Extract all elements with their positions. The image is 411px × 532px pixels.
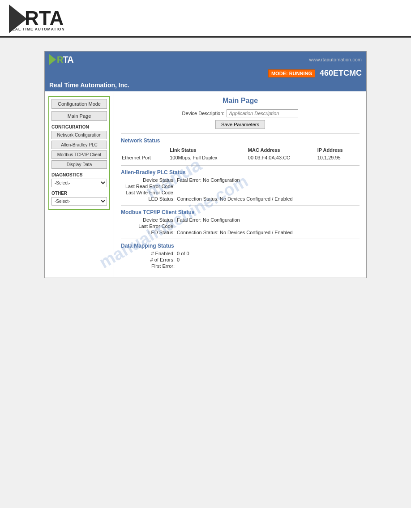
device-model: 460ETCMC bbox=[320, 69, 362, 78]
panel-wrapper: manua manualmachine.com RTA www.rtaautom… bbox=[27, 51, 384, 278]
ab-write-error-label: Last Write Error Code: bbox=[121, 190, 175, 195]
ab-read-error-row: Last Read Error Code: bbox=[121, 184, 360, 189]
divider-3 bbox=[121, 205, 360, 206]
modbus-device-status-label: Device Status: bbox=[121, 217, 175, 223]
divider-1 bbox=[121, 133, 360, 134]
ab-device-status-val: Fatal Error: No Configuration bbox=[177, 177, 240, 183]
mode-bar: MODE: RUNNING 460ETCMC bbox=[45, 68, 366, 80]
ab-status-title: Allen-Bradley PLC Status bbox=[121, 169, 360, 176]
modbus-device-status-row: Device Status: Fatal Error: No Configura… bbox=[121, 217, 360, 223]
divider-4 bbox=[121, 239, 360, 239]
modbus-error-label: Last Error Code: bbox=[121, 223, 175, 229]
title-bar: Real Time Automation, Inc. bbox=[45, 80, 366, 91]
sidebar: Configuration Mode Main Page CONFIGURATI… bbox=[45, 91, 114, 278]
errors-val: 0 bbox=[177, 257, 180, 262]
main-page-button[interactable]: Main Page bbox=[51, 111, 107, 121]
enabled-val: 0 of 0 bbox=[177, 251, 189, 256]
device-desc-row: Device Description: bbox=[121, 109, 360, 117]
nav-modbus-client[interactable]: Modbus TCP/IP Client bbox=[51, 150, 107, 159]
divider-2 bbox=[121, 165, 360, 166]
device-desc-label: Device Description: bbox=[182, 111, 225, 116]
modbus-device-status-val: Fatal Error: No Configuration bbox=[177, 217, 240, 223]
panel-logo-arrow-icon bbox=[49, 54, 56, 65]
mode-badge: MODE: RUNNING bbox=[268, 69, 315, 77]
modbus-status-grid: Device Status: Fatal Error: No Configura… bbox=[121, 217, 360, 235]
nav-display-data[interactable]: Display Data bbox=[51, 160, 107, 169]
network-status-title: Network Status bbox=[121, 137, 360, 144]
modbus-led-row: LED Status: Connection Status: No Device… bbox=[121, 230, 360, 235]
ip-val: 10.1.29.95 bbox=[317, 154, 359, 161]
save-params-button[interactable]: Save Parameters bbox=[215, 120, 265, 129]
first-error-label: First Error: bbox=[121, 263, 175, 269]
nav-network-config[interactable]: Network Configuration bbox=[51, 131, 107, 139]
link-status-val: 100Mbps, Full Duplex bbox=[170, 154, 247, 161]
panel-url: www.rtaautomation.com bbox=[309, 57, 362, 62]
panel-main: Main Page Device Description: Save Param… bbox=[114, 91, 366, 278]
modbus-status-title: Modbus TCP/IP Client Status bbox=[121, 209, 360, 215]
panel-logo-text: RTA bbox=[57, 55, 73, 65]
other-select[interactable]: -Select- bbox=[51, 197, 107, 206]
panel-title: Real Time Automation, Inc. bbox=[49, 82, 129, 89]
col-port-val: Ethernet Port bbox=[122, 154, 169, 161]
panel-body: Configuration Mode Main Page CONFIGURATI… bbox=[45, 91, 366, 278]
config-mode-button[interactable]: Configuration Mode bbox=[51, 99, 107, 109]
svg-text:RTA: RTA bbox=[25, 7, 64, 29]
network-status-table: Link Status MAC Address IP Address Ether… bbox=[121, 146, 360, 162]
enabled-label: # Enabled: bbox=[121, 251, 175, 256]
ab-write-error-row: Last Write Error Code: bbox=[121, 190, 360, 195]
ab-read-error-label: Last Read Error Code: bbox=[121, 184, 175, 189]
col-link-header: Link Status bbox=[170, 147, 247, 154]
other-label: OTHER bbox=[51, 191, 107, 196]
panel-logo: RTA bbox=[49, 54, 73, 65]
data-mapping-title: Data Mapping Status bbox=[121, 243, 360, 249]
diagnostics-select[interactable]: -Select- bbox=[51, 179, 107, 187]
device-desc-input[interactable] bbox=[227, 109, 298, 117]
configuration-label: CONFIGURATION bbox=[51, 124, 107, 129]
ab-device-status-row: Device Status: Fatal Error: No Configura… bbox=[121, 177, 360, 183]
enabled-row: # Enabled: 0 of 0 bbox=[121, 251, 360, 256]
diagnostics-select-wrap: -Select- bbox=[51, 179, 107, 187]
ab-led-row: LED Status: Connection Status: No Device… bbox=[121, 196, 360, 202]
sidebar-highlight: Configuration Mode Main Page CONFIGURATI… bbox=[48, 96, 110, 210]
ab-led-label: LED Status: bbox=[121, 196, 175, 202]
modbus-error-row: Last Error Code: bbox=[121, 223, 360, 229]
network-status-row: Ethernet Port 100Mbps, Full Duplex 00:03… bbox=[122, 154, 359, 161]
col-mac-header: MAC Address bbox=[248, 147, 317, 154]
first-error-row: First Error: bbox=[121, 263, 360, 269]
logo-subtext: REAL TIME AUTOMATION bbox=[9, 27, 65, 31]
ui-panel: RTA www.rtaautomation.com MODE: RUNNING … bbox=[44, 51, 367, 278]
col-port-header bbox=[122, 147, 169, 154]
panel-logo-r: R bbox=[57, 55, 63, 64]
errors-row: # of Errors: 0 bbox=[121, 257, 360, 262]
main-content: manua manualmachine.com RTA www.rtaautom… bbox=[0, 38, 411, 508]
mac-val: 00:03:F4:0A:43:CC bbox=[248, 154, 317, 161]
logo-container: RTA REAL TIME AUTOMATION bbox=[9, 4, 402, 34]
ab-led-val: Connection Status: No Devices Configured… bbox=[177, 196, 293, 202]
modbus-led-label: LED Status: bbox=[121, 230, 175, 235]
ab-device-status-label: Device Status: bbox=[121, 177, 175, 183]
top-header: RTA REAL TIME AUTOMATION bbox=[0, 0, 411, 36]
diagnostics-label: DIAGNOSTICS bbox=[51, 172, 107, 177]
modbus-led-val: Connection Status: No Devices Configured… bbox=[177, 230, 293, 235]
col-ip-header: IP Address bbox=[317, 147, 359, 154]
other-select-wrap: -Select- bbox=[51, 197, 107, 206]
nav-allen-bradley[interactable]: Allen-Bradley PLC bbox=[51, 141, 107, 149]
ab-status-grid: Device Status: Fatal Error: No Configura… bbox=[121, 177, 360, 202]
panel-topbar: RTA www.rtaautomation.com bbox=[45, 51, 366, 68]
data-mapping-grid: # Enabled: 0 of 0 # of Errors: 0 First E… bbox=[121, 251, 360, 269]
main-page-title: Main Page bbox=[121, 97, 360, 105]
logo-box: RTA REAL TIME AUTOMATION bbox=[9, 4, 67, 34]
errors-label: # of Errors: bbox=[121, 257, 175, 262]
